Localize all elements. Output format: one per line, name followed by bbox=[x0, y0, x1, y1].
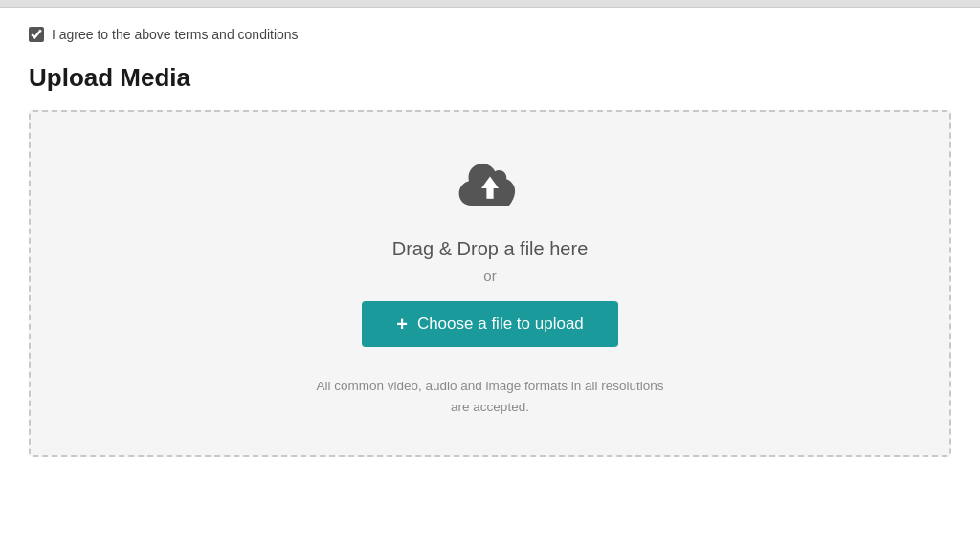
or-text: or bbox=[483, 268, 496, 284]
top-divider bbox=[0, 0, 980, 8]
choose-button-label: Choose a file to upload bbox=[417, 315, 584, 334]
section-title: Upload Media bbox=[29, 63, 951, 93]
upload-zone[interactable]: Drag & Drop a file here or + Choose a fi… bbox=[29, 110, 951, 457]
terms-checkbox[interactable] bbox=[29, 27, 44, 42]
choose-file-button[interactable]: + Choose a file to upload bbox=[362, 301, 618, 347]
terms-label: I agree to the above terms and condition… bbox=[52, 27, 299, 42]
page-content: I agree to the above terms and condition… bbox=[0, 8, 980, 486]
formats-text: All common video, audio and image format… bbox=[308, 376, 672, 417]
cloud-upload-icon bbox=[456, 160, 524, 221]
drag-drop-text: Drag & Drop a file here bbox=[392, 238, 589, 260]
plus-icon: + bbox=[396, 315, 408, 334]
terms-row: I agree to the above terms and condition… bbox=[29, 27, 951, 42]
